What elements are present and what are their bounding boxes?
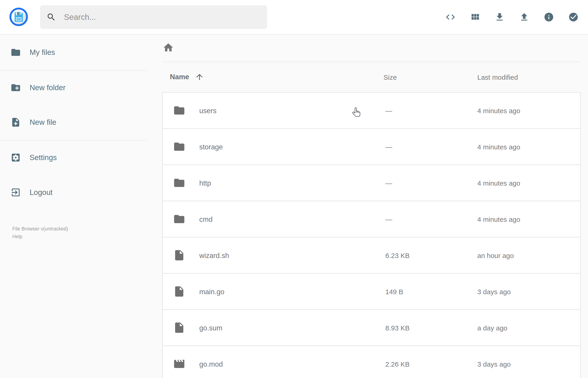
column-header-name[interactable]: Name [170, 72, 204, 81]
info-icon [544, 12, 554, 22]
sidebar-item-settings[interactable]: Settings [0, 146, 145, 169]
file-modified: 4 minutes ago [477, 216, 520, 223]
sidebar-item-new-file[interactable]: New file [0, 111, 145, 134]
file-modified: 4 minutes ago [477, 143, 520, 151]
folder-icon [173, 213, 185, 225]
file-name: http [199, 179, 211, 188]
file-modified: 4 minutes ago [477, 107, 520, 115]
file-name: go.sum [199, 324, 223, 332]
file-row-http[interactable]: http — 4 minutes ago [162, 164, 581, 201]
sidebar-item-my-files[interactable]: My files [0, 41, 145, 64]
column-header-label: Name [170, 73, 189, 81]
sidebar-item-label: Logout [30, 188, 53, 197]
sidebar-item-label: New folder [30, 83, 66, 92]
version-text: File Browser v(untracked) [12, 225, 68, 233]
raw-code-view-button[interactable] [445, 12, 456, 22]
file-name: main.go [199, 288, 224, 296]
file-name: cmd [199, 216, 213, 224]
info-button[interactable] [544, 12, 554, 22]
search-input[interactable] [64, 5, 262, 29]
settings-icon [11, 152, 21, 163]
sidebar-divider [0, 70, 147, 71]
folder-icon [173, 177, 185, 189]
column-header-size[interactable]: Size [384, 74, 397, 81]
folder-icon [173, 104, 185, 117]
download-button[interactable] [494, 12, 505, 22]
search-icon [46, 12, 56, 22]
file-size: 6.23 KB [385, 252, 410, 260]
sidebar-item-label: My files [30, 48, 55, 57]
file-size: — [385, 107, 392, 115]
file-size: — [385, 179, 392, 187]
download-icon [494, 12, 505, 22]
file-icon [173, 285, 185, 298]
file-modified: a day ago [477, 324, 508, 332]
folder-icon [173, 140, 185, 153]
new-file-icon [11, 117, 21, 128]
breadcrumb-home-button[interactable] [163, 42, 174, 53]
file-icon [173, 249, 185, 261]
code-view-icon [445, 12, 456, 22]
home-icon [163, 42, 174, 53]
sidebar-divider [0, 140, 147, 141]
file-row-storage[interactable]: storage — 4 minutes ago [162, 128, 581, 165]
column-header-modified[interactable]: Last modified [477, 74, 518, 81]
sidebar-item-label: Settings [30, 153, 57, 162]
grid-view-icon [470, 12, 480, 22]
file-row-users[interactable]: users — 4 minutes ago [162, 92, 581, 129]
file-size: — [385, 143, 392, 151]
top-bar [0, 0, 588, 35]
help-link[interactable]: Help [12, 233, 68, 241]
file-row-go-sum[interactable]: go.sum 8.93 KB a day ago [162, 309, 581, 346]
file-modified: 3 days ago [477, 288, 511, 296]
file-listing: users — 4 minutes ago storage — 4 minute… [162, 92, 581, 378]
upload-icon [519, 12, 530, 22]
upload-button[interactable] [519, 12, 530, 22]
select-check-icon [568, 12, 579, 22]
sort-ascending-arrow-icon [195, 72, 204, 81]
top-actions [445, 0, 579, 34]
search-box [40, 5, 267, 29]
file-icon [173, 322, 185, 334]
file-modified: an hour ago [477, 252, 514, 260]
file-name: wizard.sh [199, 252, 229, 260]
grid-view-button[interactable] [470, 12, 480, 22]
sidebar-item-logout[interactable]: Logout [0, 181, 145, 204]
sidebar-item-label: New file [30, 118, 56, 127]
file-row-main-go[interactable]: main.go 149 B 3 days ago [162, 273, 581, 310]
file-size: 149 B [385, 288, 403, 296]
file-size: — [385, 216, 392, 223]
file-row-cmd[interactable]: cmd — 4 minutes ago [162, 201, 581, 238]
sidebar-item-new-folder[interactable]: New folder [0, 76, 145, 99]
file-name: users [199, 107, 216, 115]
file-modified: 4 minutes ago [477, 179, 520, 187]
file-name: go.mod [199, 360, 223, 368]
logout-icon [11, 187, 21, 198]
file-size: 8.93 KB [385, 324, 410, 332]
breadcrumb-divider [162, 62, 580, 62]
create-new-folder-icon [11, 82, 21, 93]
sidebar-footer: File Browser v(untracked) Help [12, 225, 68, 241]
file-row-wizard-sh[interactable]: wizard.sh 6.23 KB an hour ago [162, 237, 581, 274]
movie-icon [173, 358, 185, 370]
file-size: 2.26 KB [385, 361, 410, 368]
floppy-disk-logo-icon [8, 7, 29, 27]
folder-icon [11, 47, 21, 58]
file-row-go-mod[interactable]: go.mod 2.26 KB 3 days ago [162, 345, 581, 378]
file-modified: 3 days ago [477, 361, 511, 368]
file-browser-logo[interactable] [8, 7, 29, 27]
select-multiple-button[interactable] [568, 12, 579, 22]
file-name: storage [199, 143, 223, 151]
